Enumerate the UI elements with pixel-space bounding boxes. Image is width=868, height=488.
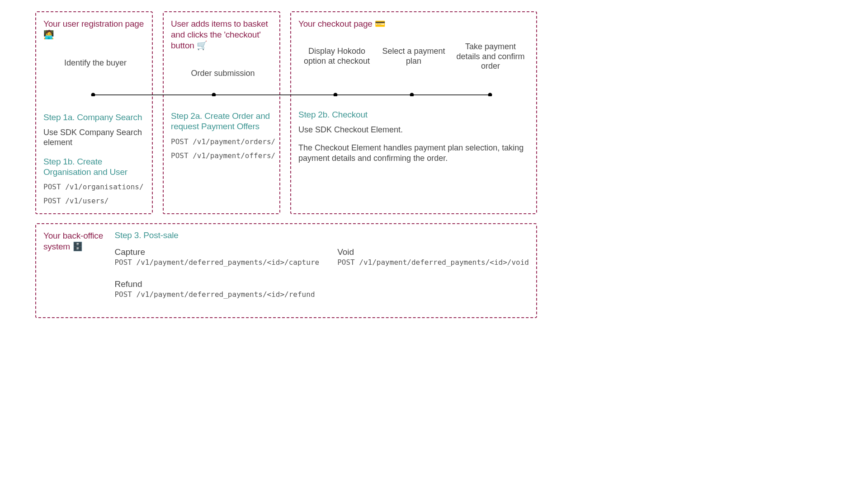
step-3-title: Step 3. Post-sale [114,230,529,241]
phase-title: Your user registration page 🧑‍💻 [43,19,145,50]
endpoint: POST /v1/payment/orders/ [171,137,272,146]
timeline-label-select-plan: Select a payment plan [375,47,452,81]
phases-row: Your user registration page 🧑‍💻 Identify… [35,11,537,214]
timeline-label-take-payment: Take payment details and confirm order [452,42,529,81]
post-sale-action-void: Void POST /v1/payment/deferred_payments/… [337,247,529,267]
action-name: Refund [114,279,315,289]
phase-post-sale: Your back-office system 🗄️ Step 3. Post-… [35,223,537,318]
integration-flow-diagram: Your user registration page 🧑‍💻 Identify… [35,11,537,318]
phase-checkout-page: Your checkout page 💳 Display Hokodo opti… [290,11,537,214]
step-1a-title: Step 1a. Company Search [43,113,145,123]
step-2b-title: Step 2b. Checkout [298,110,529,120]
endpoint: POST /v1/payment/deferred_payments/<id>/… [337,258,529,267]
step-2b-body-2: The Checkout Element handles payment pla… [298,143,529,163]
step-2b-body: Use SDK Checkout Element. [298,125,529,135]
phase-title: Your checkout page 💳 [298,19,529,38]
endpoint: POST /v1/organisations/ [43,183,145,191]
post-sale-action-refund: Refund POST /v1/payment/deferred_payment… [114,279,315,299]
endpoint: POST /v1/payment/deferred_payments/<id>/… [114,258,319,267]
phase-title: User adds items to basket and clicks the… [171,19,272,51]
timeline-label-display-hokodo: Display Hokodo option at checkout [298,47,375,81]
phase-title: Your back-office system 🗄️ [43,230,114,252]
timeline-label-order-submission: Order submission [184,69,261,79]
action-name: Capture [114,247,319,257]
endpoint: POST /v1/payment/deferred_payments/<id>/… [114,290,315,299]
action-name: Void [337,247,529,257]
step-1a-body: Use SDK Company Search element [43,127,145,148]
step-1b-title: Step 1b. Create Organisation and User [43,157,145,178]
step-2a-title: Step 2a. Create Order and request Paymen… [171,111,272,132]
post-sale-action-capture: Capture POST /v1/payment/deferred_paymen… [114,247,319,267]
endpoint: POST /v1/payment/offers/ [171,151,272,160]
phase-registration: Your user registration page 🧑‍💻 Identify… [35,11,153,214]
timeline-label-identify-buyer: Identify the buyer [57,58,134,68]
endpoint: POST /v1/users/ [43,197,145,205]
phase-basket-checkout: User adds items to basket and clicks the… [163,11,280,214]
